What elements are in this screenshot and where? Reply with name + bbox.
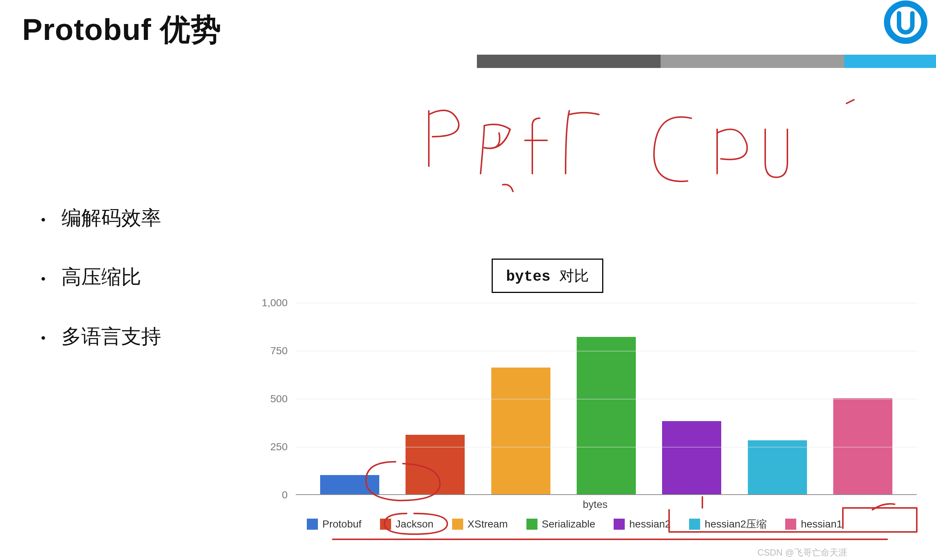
- y-tick: 1,000: [254, 297, 288, 309]
- legend-item: hessian2压缩: [689, 517, 767, 531]
- chart-title: bytes 对比: [492, 258, 603, 293]
- legend-label: XStream: [468, 518, 508, 530]
- grid-area: [296, 303, 917, 495]
- bar-XStream: [491, 368, 550, 494]
- legend-item: hessian2: [614, 518, 671, 530]
- bar-Serializable: [577, 337, 636, 494]
- chart-title-cjk: 对比: [559, 268, 589, 284]
- svg-point-0: [887, 4, 925, 41]
- grid-line: [296, 351, 917, 351]
- bullet-item: 高压缩比: [41, 251, 161, 303]
- slide-title: Protobuf 优势: [22, 9, 221, 50]
- legend-swatch: [380, 518, 391, 530]
- bullet-item: 编解码效率: [41, 192, 161, 244]
- legend-item: Serializable: [526, 518, 595, 530]
- bar-hessian2: [662, 421, 721, 494]
- bar-Protobuf: [320, 475, 379, 494]
- legend-label: Jackson: [396, 518, 433, 530]
- plot-area: 02505007501,000: [251, 303, 917, 495]
- legend-item: Jackson: [380, 518, 433, 530]
- legend-swatch: [689, 518, 700, 530]
- legend: ProtobufJacksonXStreamSerializablehessia…: [307, 517, 924, 531]
- bullet-item: 多语言支持: [41, 311, 161, 362]
- grid-line: [296, 303, 917, 303]
- legend-swatch: [526, 518, 538, 530]
- chart-title-text: bytes: [506, 269, 550, 285]
- legend-swatch: [785, 518, 796, 530]
- legend-item: XStream: [452, 518, 508, 530]
- grid-line: [296, 447, 917, 447]
- legend-label: Serializable: [542, 518, 595, 530]
- bars-group: [296, 303, 917, 494]
- logo-icon: [884, 0, 928, 44]
- chart-container: bytes 对比 02505007501,000 bytes ProtobufJ…: [222, 258, 924, 543]
- legend-label: hessian2: [629, 518, 671, 530]
- legend-label: hessian1: [801, 518, 842, 530]
- legend-label: Protobuf: [322, 518, 362, 530]
- bullet-list: 编解码效率 高压缩比 多语言支持: [41, 192, 161, 370]
- legend-swatch: [307, 518, 318, 530]
- legend-swatch: [614, 518, 625, 530]
- legend-swatch: [452, 518, 463, 530]
- bar-hessian2压缩: [748, 440, 807, 494]
- y-tick: 250: [254, 441, 288, 453]
- legend-item: Protobuf: [307, 518, 362, 530]
- bar-hessian1: [833, 398, 892, 494]
- handwriting-annotation: [407, 89, 887, 192]
- x-axis-label: bytes: [266, 499, 924, 511]
- grid-line: [296, 399, 917, 399]
- legend-item: hessian1: [785, 518, 842, 530]
- watermark: CSDN @飞哥亡命天涯: [757, 547, 847, 558]
- top-accent-bar: [477, 55, 936, 68]
- y-tick: 500: [254, 393, 288, 405]
- bar-Jackson: [406, 435, 465, 494]
- y-tick: 750: [254, 345, 288, 357]
- legend-label: hessian2压缩: [705, 517, 767, 531]
- y-axis: 02505007501,000: [251, 303, 296, 495]
